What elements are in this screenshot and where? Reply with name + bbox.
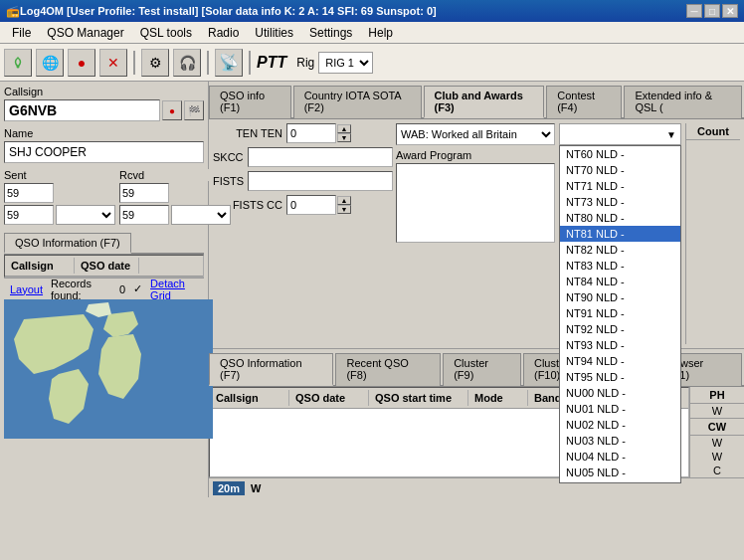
menu-radio[interactable]: Radio	[200, 24, 247, 42]
toolbar-red-btn[interactable]: ●	[68, 49, 95, 77]
title-bar: 📻 Log4OM [User Profile: Test install] [S…	[0, 0, 744, 22]
menu-qsl-tools[interactable]: QSL tools	[132, 24, 200, 42]
callsign-row: ● 🏁	[4, 99, 204, 121]
detach-grid-link[interactable]: Detach Grid	[150, 278, 198, 301]
col-qso-date: QSO date	[75, 258, 139, 274]
dropdown-item-8[interactable]: NT84 NLD -	[560, 274, 680, 289]
menu-help[interactable]: Help	[360, 24, 401, 42]
fists-row: FISTS	[213, 171, 392, 191]
fists-input[interactable]	[248, 171, 393, 191]
close-button[interactable]: ✕	[722, 4, 738, 18]
sent-rs-input[interactable]	[4, 183, 54, 203]
wab-area: WAB: Worked all Britain Award Program	[396, 123, 555, 344]
fists-cc-down[interactable]: ▼	[337, 205, 351, 214]
dropdown-selected-value	[564, 128, 567, 140]
dropdown-item-5[interactable]: NT81 NLD -	[560, 226, 680, 242]
menu-bar: File QSO Manager QSL tools Radio Utiliti…	[0, 22, 744, 44]
toolbar-antenna-btn[interactable]: 📡	[215, 49, 243, 77]
tab-qso-info[interactable]: QSO info (F1)	[209, 86, 291, 118]
dropdown-item-14[interactable]: NT95 NLD -	[560, 369, 680, 385]
wab-select[interactable]: WAB: Worked all Britain	[396, 123, 555, 145]
dropdown-item-1[interactable]: NT70 NLD -	[560, 162, 680, 178]
checkmark: ✓	[133, 282, 142, 295]
left-panel: Callsign ● 🏁 Name Sent	[0, 82, 209, 497]
right-extra-panel: PH W CW W W C	[689, 387, 744, 477]
callsign-label: Callsign	[4, 86, 204, 97]
menu-qso-manager[interactable]: QSO Manager	[39, 24, 131, 42]
sent-mode-select[interactable]	[56, 205, 115, 225]
toolbar: 🌐 ● ✕ ⚙ 🎧 📡 PTT Rig RIG 1	[0, 44, 744, 82]
dropdown-item-2[interactable]: NT71 NLD -	[560, 178, 680, 194]
dropdown-combo[interactable]: ▼	[559, 123, 681, 145]
dropdown-item-13[interactable]: NT94 NLD -	[560, 353, 680, 369]
ptt-label: PTT	[257, 54, 286, 72]
rig-select[interactable]: RIG 1	[318, 52, 373, 74]
menu-settings[interactable]: Settings	[301, 24, 360, 42]
tab-country-iota[interactable]: Country IOTA SOTA (F2)	[293, 86, 422, 118]
menu-utilities[interactable]: Utilities	[247, 24, 301, 42]
tab-extended-info[interactable]: Extended info & QSL (	[624, 86, 742, 118]
dropdown-item-19[interactable]: NU04 NLD -	[560, 449, 680, 465]
count-header: Count	[686, 123, 740, 140]
dropdown-item-20[interactable]: NU05 NLD -	[560, 465, 680, 480]
status-bar: Layout Records found: 0 ✓ Detach Grid	[4, 278, 204, 299]
tab-cluster[interactable]: Cluster (F9)	[443, 353, 521, 386]
content-wrapper: Callsign ● 🏁 Name Sent	[0, 82, 744, 497]
dropdown-list[interactable]: NT60 NLD - NT70 NLD - NT71 NLD - NT73 NL…	[559, 145, 681, 483]
award-program-input[interactable]	[396, 163, 555, 243]
callsign-flag-btn[interactable]: 🏁	[184, 100, 204, 120]
col-callsign: Callsign	[5, 258, 75, 274]
dropdown-item-12[interactable]: NT93 NLD -	[560, 337, 680, 353]
tab-qso-information[interactable]: QSO Information (F7)	[4, 233, 131, 254]
dropdown-item-3[interactable]: NT73 NLD -	[560, 194, 680, 210]
dropdown-item-4[interactable]: NT80 NLD -	[560, 210, 680, 226]
tabs-container: QSO info (F1) Country IOTA SOTA (F2) Clu…	[209, 82, 744, 119]
ten-ten-row: TEN TEN ▲ ▼	[213, 123, 392, 143]
dropdown-item-17[interactable]: NU02 NLD -	[560, 417, 680, 433]
rcvd-rs-input[interactable]	[119, 183, 169, 203]
dropdown-item-21[interactable]: NU10 NLD -	[560, 480, 680, 483]
minimize-button[interactable]: ─	[686, 4, 702, 18]
toolbar-cross-btn[interactable]: ✕	[99, 49, 127, 77]
left-bottom-content: Callsign QSO date Layout Records found: …	[4, 255, 204, 439]
fists-cc-input[interactable]	[286, 195, 336, 215]
dropdown-arrow-icon: ▼	[666, 129, 676, 140]
name-input[interactable]	[4, 141, 204, 163]
tab-recent-qso[interactable]: Recent QSO (F8)	[335, 353, 441, 386]
callsign-input[interactable]	[4, 99, 160, 121]
toolbar-wifi-btn[interactable]	[4, 49, 32, 77]
dropdown-item-10[interactable]: NT91 NLD -	[560, 305, 680, 321]
dropdown-item-11[interactable]: NT92 NLD -	[560, 321, 680, 337]
ten-ten-down[interactable]: ▼	[337, 133, 351, 142]
dropdown-item-7[interactable]: NT83 NLD -	[560, 258, 680, 274]
toolbar-gear-btn[interactable]: ⚙	[141, 49, 169, 77]
dropdown-item-9[interactable]: NT90 NLD -	[560, 289, 680, 305]
tab-contest[interactable]: Contest (F4)	[546, 86, 622, 118]
maximize-button[interactable]: □	[704, 4, 720, 18]
menu-file[interactable]: File	[4, 24, 39, 42]
records-count: 0	[119, 283, 125, 295]
toolbar-separator-2	[207, 51, 209, 75]
dropdown-item-18[interactable]: NU03 NLD -	[560, 433, 680, 449]
ph-header: PH	[690, 387, 744, 404]
callsign-group: Callsign ● 🏁	[4, 86, 204, 121]
tab-club-awards[interactable]: Club and Awards (F3)	[424, 86, 545, 118]
layout-link[interactable]: Layout	[10, 283, 43, 295]
rcvd-rst-input[interactable]	[119, 205, 169, 225]
sent-rst-input[interactable]	[4, 205, 54, 225]
toolbar-globe-btn[interactable]: 🌐	[36, 49, 64, 77]
dropdown-item-15[interactable]: NU00 NLD -	[560, 385, 680, 401]
tab-qso-information-bottom[interactable]: QSO Information (F7)	[209, 353, 333, 386]
fists-cc-up[interactable]: ▲	[337, 196, 351, 205]
skcc-input[interactable]	[248, 147, 393, 167]
toolbar-headphone-btn[interactable]: 🎧	[173, 49, 201, 77]
records-label: Records found:	[51, 278, 111, 301]
dropdown-item-0[interactable]: NT60 NLD -	[560, 146, 680, 162]
sent-rst-row	[4, 205, 115, 225]
callsign-lookup-btn[interactable]: ●	[162, 100, 182, 120]
dropdown-item-16[interactable]: NU01 NLD -	[560, 401, 680, 417]
ten-ten-input[interactable]	[286, 123, 336, 143]
dropdown-item-6[interactable]: NT82 NLD -	[560, 242, 680, 258]
grid-col-mode: Mode	[468, 390, 528, 406]
ten-ten-up[interactable]: ▲	[337, 124, 351, 133]
